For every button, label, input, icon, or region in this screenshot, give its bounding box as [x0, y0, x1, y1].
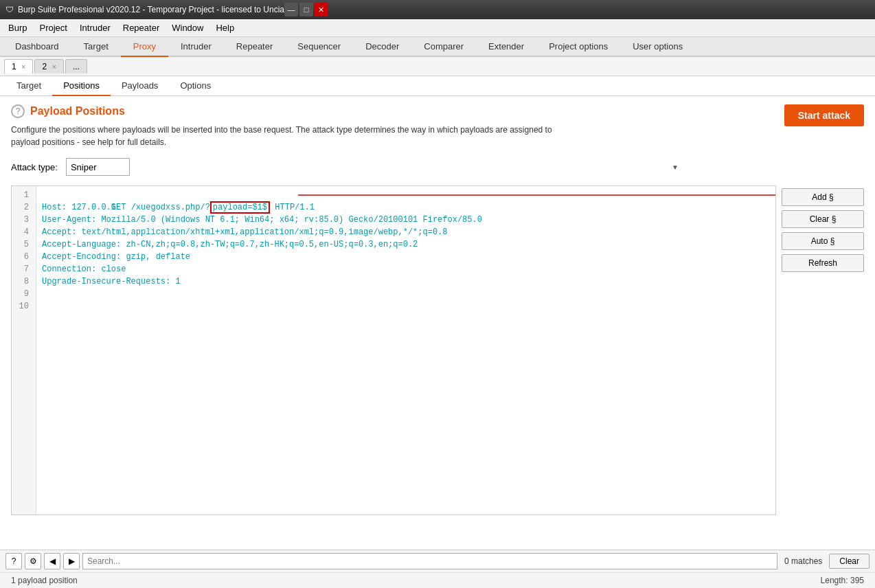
start-attack-button[interactable]: Start attack [784, 104, 864, 126]
clear-search-button[interactable]: Clear [829, 554, 870, 569]
main-content: ? Payload Positions Configure the positi… [0, 96, 875, 550]
length-status: Length: 395 [821, 576, 864, 585]
bottom-forward-icon[interactable]: ▶ [63, 553, 80, 569]
request-line-9 [42, 288, 770, 300]
top-tab-extender[interactable]: Extender [476, 37, 536, 57]
request-line-7: Connection: close [42, 263, 770, 275]
top-tab-sequencer[interactable]: Sequencer [285, 37, 353, 57]
top-tab-project-options[interactable]: Project options [536, 37, 620, 57]
matches-label: 0 matches [784, 556, 822, 566]
menu-item-window[interactable]: Window [166, 21, 209, 35]
request-line-8: Upgrade-Insecure-Requests: 1 [42, 275, 770, 288]
titlebar: 🛡 Burp Suite Professional v2020.12 - Tem… [0, 0, 875, 19]
bottom-bar: ? ⚙ ◀ ▶ 0 matches Clear [0, 550, 875, 572]
app-icon: 🛡 [5, 5, 14, 14]
top-tab-decoder[interactable]: Decoder [353, 37, 411, 57]
tab-close-icon[interactable]: × [21, 63, 25, 71]
auto-section-button[interactable]: Auto § [782, 232, 864, 250]
request-line-4: Accept: text/html,application/xhtml+xml,… [42, 226, 770, 238]
bottom-help-icon[interactable]: ? [5, 553, 22, 569]
request-line-2: Host: 127.0.0.1 [42, 201, 770, 214]
top-tab-intruder[interactable]: Intruder [168, 37, 224, 57]
menu-item-help[interactable]: Help [210, 21, 240, 35]
instance-tabs-more[interactable]: ... [65, 59, 87, 74]
menu-item-repeater[interactable]: Repeater [117, 21, 165, 35]
side-buttons: Add § Clear § Auto § Refresh [782, 185, 864, 515]
attack-type-select[interactable]: Sniper Battering ram Pitchfork Cluster b… [66, 158, 130, 176]
request-area: 1 2 3 4 5 6 7 8 9 10 GET /xueg [11, 185, 864, 515]
footer: 1 payload position Length: 395 [0, 572, 875, 588]
request-line-1: GET /xuegodxss.php/?payload=$1$ HTTP/1.1 [42, 189, 770, 201]
top-tab-dashboard[interactable]: Dashboard [3, 37, 71, 57]
menubar: BurpProjectIntruderRepeaterWindowHelp [0, 19, 875, 37]
titlebar-text: Burp Suite Professional v2020.12 - Tempo… [18, 5, 284, 14]
menu-item-intruder[interactable]: Intruder [74, 21, 116, 35]
page-title: Payload Positions [30, 105, 125, 117]
attack-type-label: Attack type: [11, 162, 58, 172]
top-tab-comparer[interactable]: Comparer [411, 37, 476, 57]
bottom-settings-icon[interactable]: ⚙ [25, 553, 41, 569]
request-line-3: User-Agent: Mozilla/5.0 (Windows NT 6.1;… [42, 214, 770, 226]
instance-tabs: 1 ×2 ×... [0, 57, 875, 76]
payload-position-status: 1 payload position [11, 576, 78, 585]
top-tab-user-options[interactable]: User options [620, 37, 695, 57]
help-icon[interactable]: ? [11, 104, 25, 118]
minimize-button[interactable]: — [284, 3, 298, 16]
payload-arrow [258, 189, 776, 201]
add-section-button[interactable]: Add § [782, 188, 864, 206]
maximize-button[interactable]: □ [299, 3, 313, 16]
top-tab-repeater[interactable]: Repeater [224, 37, 285, 57]
request-line-10 [42, 300, 770, 313]
close-button[interactable]: ✕ [315, 3, 328, 16]
refresh-button[interactable]: Refresh [782, 254, 864, 272]
top-tab-proxy[interactable]: Proxy [121, 37, 168, 57]
clear-section-button[interactable]: Clear § [782, 210, 864, 228]
bottom-back-icon[interactable]: ◀ [44, 553, 60, 569]
sub-tab-target[interactable]: Target [5, 76, 52, 96]
top-tab-target[interactable]: Target [71, 37, 121, 57]
instance-tab-1[interactable]: 1 × [4, 59, 33, 74]
top-tabs: DashboardTargetProxyIntruderRepeaterSequ… [0, 37, 875, 57]
instance-tab-2[interactable]: 2 × [34, 59, 63, 74]
request-editor[interactable]: 1 2 3 4 5 6 7 8 9 10 GET /xueg [11, 185, 776, 515]
menu-item-burp[interactable]: Burp [3, 21, 32, 35]
sub-tab-payloads[interactable]: Payloads [111, 76, 169, 96]
tab-close-icon[interactable]: × [52, 63, 56, 71]
request-line-5: Accept-Language: zh-CN,zh;q=0.8,zh-TW;q=… [42, 238, 770, 251]
section-description: Configure the positions where payloads w… [11, 124, 560, 148]
menu-item-project[interactable]: Project [34, 21, 72, 35]
request-content: GET /xuegodxss.php/?payload=$1$ HTTP/1.1 [36, 186, 775, 315]
sub-tab-positions[interactable]: Positions [52, 76, 111, 96]
sub-tab-options[interactable]: Options [169, 76, 222, 96]
line-numbers: 1 2 3 4 5 6 7 8 9 10 [12, 186, 36, 514]
request-line-6: Accept-Encoding: gzip, deflate [42, 251, 770, 263]
sub-tabs: TargetPositionsPayloadsOptions [0, 76, 875, 96]
search-input[interactable] [82, 553, 777, 569]
